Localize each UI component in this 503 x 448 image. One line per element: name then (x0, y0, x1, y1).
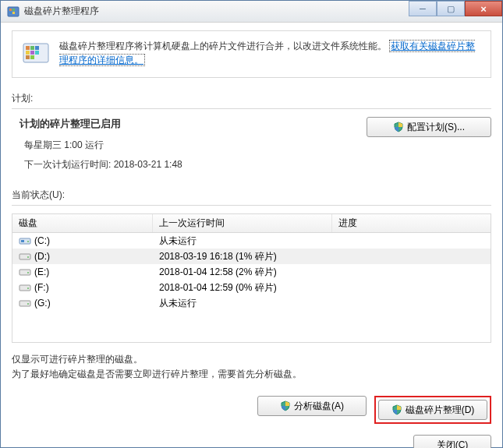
svg-rect-4 (12, 12, 15, 14)
svg-point-16 (27, 241, 29, 242)
shield-icon (280, 400, 291, 411)
drive-name: (D:) (34, 251, 50, 262)
window-controls: ─ ▢ × (409, 1, 502, 16)
shield-icon (393, 122, 404, 132)
drive-name: (E:) (34, 266, 49, 277)
table-row[interactable]: (F:)2018-01-04 12:59 (0% 碎片) (12, 280, 491, 295)
svg-point-18 (27, 256, 29, 258)
last-run-value: 2018-01-04 12:58 (2% 碎片) (153, 266, 332, 279)
last-run-value: 从未运行 (153, 297, 332, 310)
drive-icon (19, 267, 31, 277)
svg-rect-12 (26, 55, 30, 59)
shield-icon (391, 404, 402, 415)
highlight-box: 磁盘碎片整理(D) (374, 396, 491, 424)
svg-rect-9 (26, 51, 30, 55)
maximize-button[interactable]: ▢ (437, 1, 465, 16)
table-row[interactable]: (E:)2018-01-04 12:58 (2% 碎片) (12, 264, 491, 280)
schedule-status: 计划的碎片整理已启用 (19, 117, 182, 131)
close-button[interactable]: × (465, 1, 502, 16)
column-disk[interactable]: 磁盘 (12, 214, 153, 232)
column-lastrun[interactable]: 上一次运行时间 (153, 214, 332, 232)
analyze-disk-button[interactable]: 分析磁盘(A) (257, 396, 367, 416)
last-run-value: 2018-01-04 12:59 (0% 碎片) (153, 281, 332, 295)
svg-rect-23 (19, 301, 30, 306)
table-row[interactable]: (C:)从未运行 (12, 233, 491, 249)
close-row: 关闭(C) (12, 435, 491, 448)
table-header: 磁盘 上一次运行时间 进度 (12, 214, 491, 233)
last-run-value: 从未运行 (153, 235, 332, 248)
svg-rect-15 (21, 240, 24, 242)
svg-rect-8 (35, 46, 39, 50)
schedule-section: 计划的碎片整理已启用 每星期三 1:00 运行 下一次计划运行时间: 2018-… (12, 117, 491, 178)
notes: 仅显示可进行碎片整理的磁盘。 为了最好地确定磁盘是否需要立即进行碎片整理，需要首… (12, 352, 491, 382)
svg-rect-6 (26, 46, 30, 50)
svg-rect-3 (9, 12, 12, 14)
last-run-value: 2018-03-19 16:18 (1% 碎片) (153, 250, 332, 263)
drive-name: (C:) (34, 235, 50, 246)
column-progress[interactable]: 进度 (332, 214, 491, 232)
table-body: (C:)从未运行(D:)2018-03-19 16:18 (1% 碎片)(E:)… (12, 233, 491, 342)
drive-name: (F:) (34, 282, 49, 293)
svg-point-24 (27, 303, 29, 305)
svg-rect-2 (12, 9, 15, 11)
svg-rect-17 (19, 254, 30, 259)
info-text: 磁盘碎片整理程序将计算机硬盘上的碎片文件进行合并，以改进文件系统性能。 获取有关… (59, 39, 481, 67)
action-buttons: 分析磁盘(A) 磁盘碎片整理(D) (12, 396, 491, 424)
content-area: 磁盘碎片整理程序将计算机硬盘上的碎片文件进行合并，以改进文件系统性能。 获取有关… (1, 23, 502, 448)
svg-rect-11 (35, 51, 39, 55)
close-dialog-button[interactable]: 关闭(C) (413, 435, 491, 448)
status-label: 当前状态(U): (12, 189, 491, 202)
table-row[interactable]: (D:)2018-03-19 16:18 (1% 碎片) (12, 249, 491, 264)
drive-icon (19, 298, 31, 308)
drive-icon (19, 283, 31, 292)
drive-icon (19, 252, 31, 261)
window-title: 磁盘碎片整理程序 (24, 5, 99, 18)
svg-rect-7 (30, 46, 34, 50)
configure-schedule-button[interactable]: 配置计划(S)... (367, 117, 491, 137)
svg-rect-10 (30, 51, 34, 55)
svg-rect-19 (19, 270, 30, 275)
divider (12, 108, 491, 109)
schedule-label: 计划: (12, 92, 491, 105)
disk-defragmenter-window: 磁盘碎片整理程序 ─ ▢ × (0, 0, 503, 448)
svg-rect-1 (9, 9, 12, 11)
drive-name: (G:) (34, 298, 51, 309)
schedule-next-run: 下一次计划运行时间: 2018-03-21 1:48 (19, 158, 182, 171)
schedule-info: 计划的碎片整理已启用 每星期三 1:00 运行 下一次计划运行时间: 2018-… (12, 117, 182, 178)
svg-point-20 (27, 272, 29, 273)
drive-icon (19, 236, 31, 245)
defrag-icon (22, 39, 50, 69)
note-line-2: 为了最好地确定磁盘是否需要立即进行碎片整理，需要首先分析磁盘。 (12, 367, 491, 382)
titlebar[interactable]: 磁盘碎片整理程序 ─ ▢ × (1, 1, 502, 23)
note-line-1: 仅显示可进行碎片整理的磁盘。 (12, 352, 491, 367)
divider (12, 205, 491, 206)
svg-rect-13 (30, 55, 34, 59)
schedule-frequency: 每星期三 1:00 运行 (19, 139, 182, 152)
table-row[interactable]: (G:)从未运行 (12, 295, 491, 311)
disk-table: 磁盘 上一次运行时间 进度 (C:)从未运行(D:)2018-03-19 16:… (12, 213, 491, 343)
defragment-disk-button[interactable]: 磁盘碎片整理(D) (378, 400, 487, 420)
svg-point-22 (27, 287, 29, 289)
info-panel: 磁盘碎片整理程序将计算机硬盘上的碎片文件进行合并，以改进文件系统性能。 获取有关… (12, 30, 491, 78)
app-icon (7, 5, 19, 18)
svg-rect-21 (19, 285, 30, 291)
minimize-button[interactable]: ─ (409, 1, 437, 16)
